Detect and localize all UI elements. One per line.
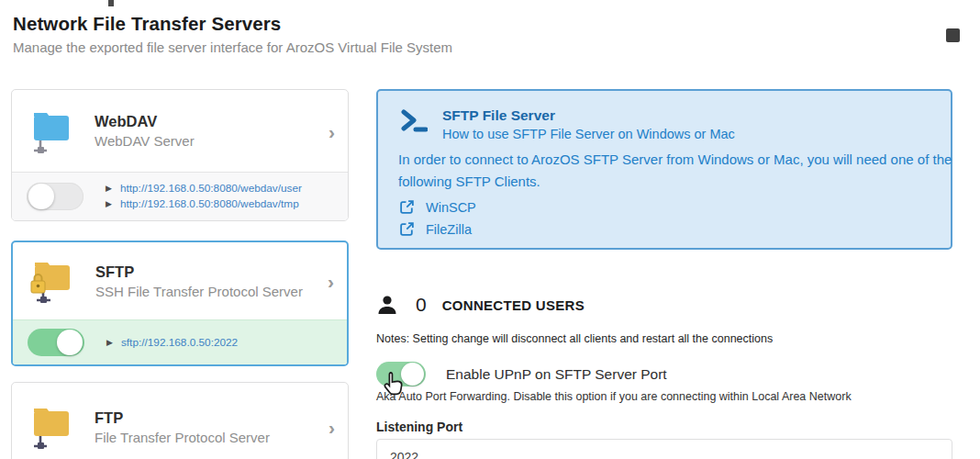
webdav-endpoints: ▶ http://192.168.0.50:8080/webdav/user ▶… [106, 181, 302, 212]
server-name: WebDAV [95, 113, 331, 130]
server-list: WebDAV WebDAV Server › ▶ http://192.168.… [11, 89, 349, 459]
webdav-tmp-endpoint-link[interactable]: http://192.168.0.50:8080/webdav/tmp [120, 196, 299, 212]
sftp-detail-panel: SFTP File Server How to use SFTP File Se… [376, 89, 952, 459]
server-description: SSH File Transfer Protocol Server [95, 284, 330, 299]
ftp-card-main[interactable]: FTP File Transfer Protocol Server › [12, 383, 348, 459]
person-icon [376, 294, 398, 316]
settings-notes: Notes: Setting change will disconnect al… [376, 332, 773, 345]
listening-port-input[interactable] [376, 439, 952, 459]
page-header: Network File Transfer Servers Manage the… [13, 13, 452, 55]
filezilla-link[interactable]: FileZilla [426, 222, 472, 237]
webdav-card-main[interactable]: WebDAV WebDAV Server › [12, 90, 348, 172]
server-description: WebDAV Server [95, 133, 331, 149]
upnp-setting-row: Enable UPnP on SFTP Server Port [376, 362, 667, 386]
endpoint-row: ▶ http://192.168.0.50:8080/webdav/user [106, 181, 302, 196]
chevron-right-icon[interactable]: › [329, 418, 335, 437]
webdav-card-text: WebDAV WebDAV Server [95, 113, 331, 149]
upnp-label: Enable UPnP on SFTP Server Port [446, 366, 667, 383]
client-link-row: FileZilla [399, 221, 930, 237]
listening-port-label: Listening Port [376, 420, 462, 434]
webdav-user-endpoint-link[interactable]: http://192.168.0.50:8080/webdav/user [120, 181, 302, 196]
endpoint-row: ▶ http://192.168.0.50:8080/webdav/tmp [106, 196, 302, 212]
caret-right-icon[interactable]: ▶ [106, 181, 112, 196]
server-name: FTP [95, 409, 331, 427]
webdav-enable-toggle[interactable] [27, 183, 84, 210]
sftp-info-box: SFTP File Server How to use SFTP File Se… [376, 89, 952, 250]
client-link-row: WinSCP [399, 199, 930, 215]
toggle-knob [401, 363, 424, 386]
info-box-header: SFTP File Server How to use SFTP File Se… [398, 107, 930, 141]
connected-users-count: 0 [416, 294, 427, 316]
page-subtitle: Manage the exported file server interfac… [13, 39, 452, 55]
folder-network-icon [28, 107, 74, 155]
server-card-webdav[interactable]: WebDAV WebDAV Server › ▶ http://192.168.… [11, 89, 349, 221]
webdav-toggle-section: ▶ http://192.168.0.50:8080/webdav/user ▶… [12, 172, 348, 220]
caret-right-icon[interactable]: ▶ [106, 335, 113, 351]
page-title: Network File Transfer Servers [13, 13, 452, 35]
window-edge-artifact [108, 0, 114, 6]
connected-users-header: 0 CONNECTED USERS [376, 294, 585, 316]
info-box-subtitle: How to use SFTP File Server on Windows o… [442, 127, 735, 141]
chevron-right-icon[interactable]: › [329, 121, 335, 140]
sftp-card-main[interactable]: SFTP SSH File Transfer Protocol Server › [13, 242, 347, 319]
winscp-link[interactable]: WinSCP [426, 200, 476, 215]
toggle-knob [57, 330, 83, 355]
info-box-body: In order to connect to ArozOS SFTP Serve… [398, 149, 958, 193]
server-card-ftp[interactable]: FTP File Transfer Protocol Server › [11, 382, 349, 459]
sftp-toggle-section: ▶ sftp://192.168.0.50:2022 [13, 319, 347, 364]
sftp-card-text: SFTP SSH File Transfer Protocol Server [95, 263, 330, 299]
endpoint-row: ▶ sftp://192.168.0.50:2022 [106, 335, 238, 351]
upnp-description: Aka Auto Port Forwarding. Disable this o… [376, 390, 852, 403]
chevron-right-icon[interactable]: › [328, 272, 334, 291]
sftp-endpoints: ▶ sftp://192.168.0.50:2022 [106, 335, 238, 351]
external-link-icon [399, 199, 415, 215]
scrollbar-thumb[interactable] [946, 28, 960, 42]
connected-users-label: CONNECTED USERS [442, 297, 585, 313]
terminal-icon [400, 109, 428, 133]
toggle-knob [28, 184, 54, 209]
server-description: File Transfer Protocol Server [95, 430, 331, 445]
caret-right-icon[interactable]: ▶ [106, 196, 112, 212]
ftp-card-text: FTP File Transfer Protocol Server [95, 409, 331, 445]
sftp-enable-toggle[interactable] [28, 329, 84, 356]
external-link-icon [399, 221, 415, 237]
folder-network-icon [28, 403, 74, 451]
info-box-titles: SFTP File Server How to use SFTP File Se… [442, 107, 735, 141]
upnp-toggle[interactable] [376, 362, 426, 386]
info-box-title: SFTP File Server [442, 107, 735, 124]
server-card-sftp[interactable]: SFTP SSH File Transfer Protocol Server ›… [11, 241, 349, 366]
sftp-endpoint-link[interactable]: sftp://192.168.0.50:2022 [121, 335, 238, 351]
folder-lock-network-icon [29, 257, 75, 305]
server-name: SFTP [95, 263, 330, 281]
